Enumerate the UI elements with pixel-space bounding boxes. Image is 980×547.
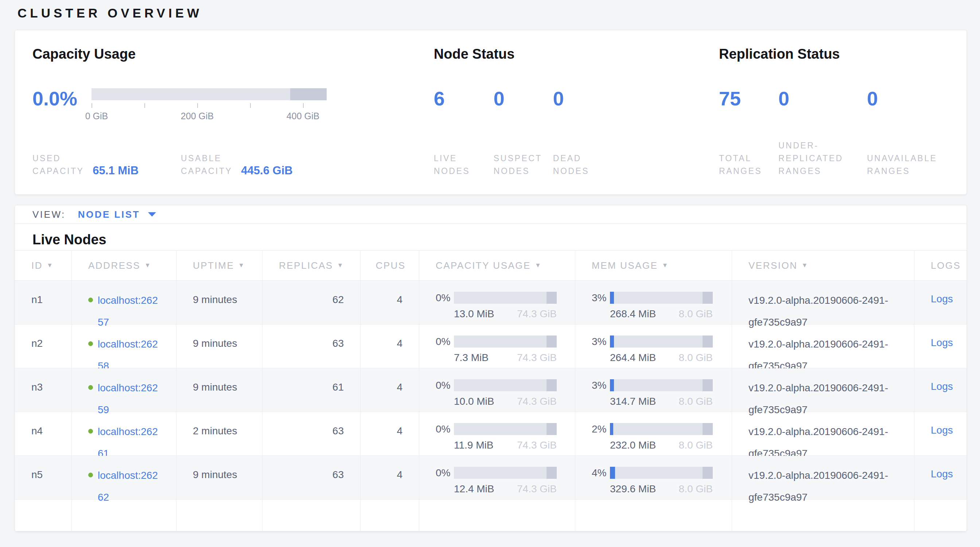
unavailable-ranges-label: UNAVAILABLE RANGES bbox=[867, 152, 949, 178]
node-status-section: Node Status 6 0 0 LIVE NODES SUSPECT NOD… bbox=[434, 46, 719, 178]
capacity-bar bbox=[454, 336, 557, 348]
capacity-gauge: 0.0% 0 GiB 200 GiB 400 GiB bbox=[32, 88, 434, 109]
capacity-usage-section: Capacity Usage 0.0% 0 GiB 200 GiB 400 Gi… bbox=[32, 46, 434, 178]
column-header-capacity-usage[interactable]: CAPACITY USAGE▼ bbox=[419, 251, 575, 280]
node-live-icon bbox=[88, 297, 93, 302]
used-capacity-stat: USED CAPACITY 65.1 MiB bbox=[32, 152, 181, 178]
axis-tick bbox=[250, 103, 251, 108]
table-row: n5 localhost:26262 9 minutes 63 4 0% 12.… bbox=[15, 456, 967, 499]
node-list-card: VIEW: NODE LIST Live Nodes ID▼ ADDRESS▼ … bbox=[14, 205, 967, 532]
column-header-uptime[interactable]: UPTIME▼ bbox=[177, 251, 262, 280]
usable-capacity-stat: USABLE CAPACITY 445.6 GiB bbox=[181, 152, 293, 178]
logs-link[interactable]: Logs bbox=[931, 468, 953, 480]
logs-link[interactable]: Logs bbox=[931, 293, 953, 304]
column-header-replicas[interactable]: REPLICAS▼ bbox=[262, 251, 361, 280]
axis-tick bbox=[197, 103, 198, 108]
node-live-icon bbox=[88, 429, 93, 434]
sort-icon: ▼ bbox=[238, 262, 245, 269]
column-header-cpus: CPUS bbox=[361, 251, 419, 280]
axis-tick-label: 400 GiB bbox=[286, 111, 320, 121]
used-capacity-label: USED CAPACITY bbox=[32, 152, 84, 178]
cluster-summary-card: Capacity Usage 0.0% 0 GiB 200 GiB 400 Gi… bbox=[14, 30, 967, 195]
node-live-icon bbox=[88, 341, 93, 346]
logs-link[interactable]: Logs bbox=[931, 425, 953, 436]
sort-icon: ▼ bbox=[145, 262, 151, 269]
sort-icon: ▼ bbox=[662, 262, 669, 269]
view-label: VIEW: bbox=[32, 209, 65, 220]
unavailable-ranges-count: 0 bbox=[867, 88, 949, 109]
sort-icon: ▼ bbox=[47, 262, 54, 269]
live-nodes-count: 6 bbox=[434, 88, 494, 109]
mem-bar bbox=[610, 336, 713, 348]
node-live-icon bbox=[88, 472, 93, 477]
axis-tick bbox=[303, 103, 304, 108]
axis-tick bbox=[145, 103, 145, 108]
total-ranges-label: TOTAL RANGES bbox=[719, 152, 778, 178]
chevron-down-icon bbox=[148, 212, 156, 216]
node-live-icon bbox=[88, 385, 93, 390]
capacity-reserved-segment bbox=[290, 88, 327, 100]
axis-tick-label: 0 GiB bbox=[85, 111, 108, 121]
column-header-logs: LOGS bbox=[915, 251, 967, 280]
axis-tick bbox=[92, 103, 92, 108]
sort-icon: ▼ bbox=[802, 262, 809, 269]
replication-status-title: Replication Status bbox=[719, 46, 949, 62]
capacity-gauge-bar: 0 GiB 200 GiB 400 GiB bbox=[92, 88, 327, 109]
mem-bar bbox=[610, 292, 713, 304]
sort-icon: ▼ bbox=[337, 262, 344, 269]
column-header-address[interactable]: ADDRESS▼ bbox=[72, 251, 177, 280]
live-nodes-title: Live Nodes bbox=[32, 232, 949, 248]
table-row: n3 localhost:26259 9 minutes 61 4 0% 10.… bbox=[15, 368, 967, 412]
column-header-mem-usage[interactable]: MEM USAGE▼ bbox=[575, 251, 732, 280]
suspect-nodes-count: 0 bbox=[494, 88, 553, 109]
capacity-percent: 0.0% bbox=[32, 88, 92, 109]
table-row: n2 localhost:26258 9 minutes 63 4 0% 7.3… bbox=[15, 324, 967, 368]
mem-bar bbox=[610, 423, 713, 435]
dead-nodes-label: DEAD NODES bbox=[553, 152, 612, 178]
axis-tick-label: 200 GiB bbox=[181, 111, 214, 121]
capacity-bar bbox=[454, 467, 557, 479]
logs-link[interactable]: Logs bbox=[931, 337, 953, 348]
used-capacity-value: 65.1 MiB bbox=[92, 164, 138, 177]
total-ranges-count: 75 bbox=[719, 88, 778, 109]
capacity-bar-track bbox=[92, 88, 327, 100]
sort-icon: ▼ bbox=[535, 262, 542, 269]
replication-status-section: Replication Status 75 0 0 TOTAL RANGES U… bbox=[719, 46, 949, 178]
table-row-partial bbox=[15, 499, 967, 531]
under-replicated-ranges-count: 0 bbox=[778, 88, 867, 109]
table-row: n4 localhost:26261 2 minutes 63 4 0% 11.… bbox=[15, 412, 967, 456]
capacity-usage-title: Capacity Usage bbox=[32, 46, 434, 62]
under-replicated-ranges-label: UNDER- REPLICATED RANGES bbox=[778, 139, 867, 178]
capacity-bar bbox=[454, 423, 557, 435]
page-title: CLUSTER OVERVIEW bbox=[18, 6, 980, 21]
usable-capacity-value: 445.6 GiB bbox=[241, 164, 293, 177]
table-header-row: ID▼ ADDRESS▼ UPTIME▼ REPLICAS▼ CPUS CAPA… bbox=[15, 251, 967, 281]
logs-link[interactable]: Logs bbox=[931, 381, 953, 392]
capacity-bar bbox=[454, 292, 557, 304]
node-status-title: Node Status bbox=[434, 46, 719, 62]
suspect-nodes-label: SUSPECT NODES bbox=[494, 152, 553, 178]
mem-bar bbox=[610, 379, 713, 391]
view-selector-dropdown[interactable]: NODE LIST bbox=[78, 209, 156, 220]
column-header-version[interactable]: VERSION▼ bbox=[732, 251, 915, 280]
usable-capacity-label: USABLE CAPACITY bbox=[181, 152, 232, 178]
view-selected-option: NODE LIST bbox=[78, 209, 140, 220]
table-row: n1 localhost:26257 9 minutes 62 4 0% 13.… bbox=[15, 281, 967, 324]
column-header-id[interactable]: ID▼ bbox=[15, 251, 72, 280]
mem-bar bbox=[610, 467, 713, 479]
capacity-bar bbox=[454, 379, 557, 391]
dead-nodes-count: 0 bbox=[553, 88, 612, 109]
view-bar: VIEW: NODE LIST bbox=[15, 205, 967, 224]
live-nodes-label: LIVE NODES bbox=[434, 152, 494, 178]
